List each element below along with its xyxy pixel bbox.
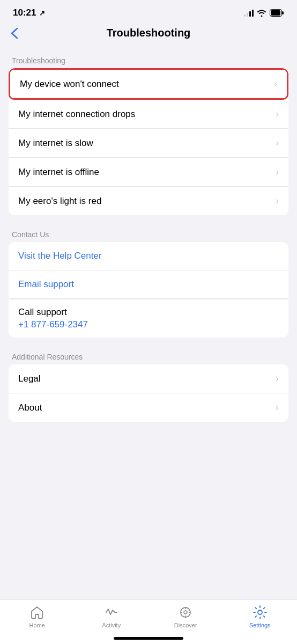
contact-us-card: Visit the Help Center Email support Call… — [9, 242, 288, 338]
home-indicator — [114, 637, 183, 640]
page-title: Troubleshooting — [107, 27, 191, 39]
chevron-icon: › — [276, 108, 279, 120]
call-support-item[interactable]: Call support +1 877-659-2347 — [9, 299, 288, 338]
content-area: Troubleshooting My device won't connect … — [0, 48, 297, 593]
email-support-text: Email support — [18, 279, 74, 290]
tab-home[interactable]: Home — [16, 605, 58, 628]
svg-point-4 — [184, 611, 187, 614]
troubleshoot-item-offline[interactable]: My internet is offline › — [9, 158, 288, 187]
call-support-label: Call support — [18, 307, 279, 318]
contact-us-section-label: Contact Us — [9, 226, 288, 242]
tab-settings[interactable]: Settings — [239, 605, 281, 628]
troubleshoot-item-text-device-connect: My device won't connect — [20, 79, 119, 90]
email-support-item[interactable]: Email support — [9, 270, 288, 299]
troubleshoot-item-light-red[interactable]: My eero's light is red › — [9, 187, 288, 215]
troubleshoot-item-text-offline: My internet is offline — [18, 167, 99, 178]
tab-bar: Home Activity Discover — [0, 599, 297, 644]
location-icon: ↗ — [39, 9, 45, 17]
additional-resources-label: Additional Resources — [9, 348, 288, 364]
chevron-icon: › — [276, 137, 279, 149]
tab-activity-label: Activity — [102, 622, 121, 628]
troubleshoot-item-text-slow: My internet is slow — [18, 138, 93, 149]
time-text: 10:21 — [13, 8, 36, 18]
legal-item[interactable]: Legal › — [9, 364, 288, 393]
visit-help-center-item[interactable]: Visit the Help Center — [9, 242, 288, 270]
troubleshooting-card: My device won't connect › My internet co… — [9, 68, 288, 215]
tab-home-label: Home — [29, 622, 45, 628]
legal-item-text: Legal — [18, 374, 41, 384]
troubleshooting-section-label: Troubleshooting — [9, 52, 288, 68]
about-item-text: About — [18, 402, 42, 413]
settings-icon — [253, 605, 268, 620]
status-icons — [244, 9, 284, 17]
svg-rect-2 — [271, 10, 280, 16]
call-support-number: +1 877-659-2347 — [18, 319, 279, 330]
about-item[interactable]: About › — [9, 393, 288, 422]
status-time: 10:21 ↗ — [13, 8, 45, 18]
tab-activity[interactable]: Activity — [90, 605, 133, 628]
additional-resources-card: Legal › About › — [9, 364, 288, 422]
activity-icon — [104, 605, 119, 620]
chevron-icon: › — [274, 78, 277, 90]
troubleshoot-item-text-light: My eero's light is red — [18, 196, 101, 207]
discover-icon — [178, 605, 193, 620]
battery-icon — [270, 9, 284, 17]
troubleshoot-item-text-drops: My internet connection drops — [18, 109, 135, 120]
back-button[interactable] — [11, 27, 18, 39]
troubleshoot-item-connection-drops[interactable]: My internet connection drops › — [9, 100, 288, 129]
troubleshoot-item-slow[interactable]: My internet is slow › — [9, 129, 288, 158]
page-header: Troubleshooting — [0, 23, 297, 48]
status-bar: 10:21 ↗ — [0, 0, 297, 23]
tab-discover-label: Discover — [174, 622, 197, 628]
svg-point-9 — [258, 610, 262, 614]
chevron-icon: › — [276, 195, 279, 207]
wifi-icon — [257, 9, 266, 17]
signal-icon — [244, 9, 254, 17]
home-icon — [29, 605, 44, 620]
tab-discover[interactable]: Discover — [164, 605, 207, 628]
chevron-icon: › — [276, 402, 279, 413]
chevron-icon: › — [276, 373, 279, 384]
troubleshoot-item-device-connect[interactable]: My device won't connect › — [10, 70, 287, 98]
svg-rect-1 — [282, 11, 284, 14]
highlighted-row: My device won't connect › — [9, 68, 288, 100]
visit-help-center-text: Visit the Help Center — [18, 251, 102, 261]
chevron-icon: › — [276, 166, 279, 178]
tab-settings-label: Settings — [249, 622, 271, 628]
